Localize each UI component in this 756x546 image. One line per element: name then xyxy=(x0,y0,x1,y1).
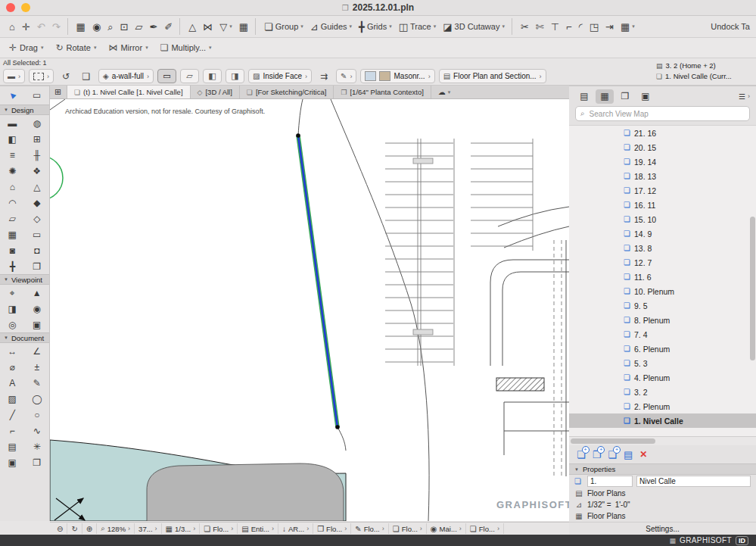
more-options-button[interactable]: ▦ ▾ xyxy=(618,18,638,35)
layer-combination-row[interactable]: ▤ Floor Plans xyxy=(569,488,756,499)
graphic-override-select[interactable]: ✎ Flo... › xyxy=(351,523,389,534)
cutaway-menu-button[interactable]: ◪ 3D Cutaway ▾ xyxy=(440,18,512,35)
shell-tool[interactable]: ◠ xyxy=(0,195,25,211)
view-map-button[interactable]: ▦ xyxy=(596,89,614,104)
horizontal-scrollbar-thumb[interactable] xyxy=(571,438,655,444)
hotspot-tool[interactable]: ✳ xyxy=(25,438,50,454)
view-map-item[interactable]: ❏ 16. 11 xyxy=(569,198,756,212)
grid-element-tool[interactable]: ╋ xyxy=(0,258,25,274)
mirror-button[interactable]: ⋈ Mirror ▾ xyxy=(108,42,148,53)
find-select-button[interactable]: ◉ xyxy=(89,18,104,35)
view-map-item[interactable]: ❏ 10. Plenum xyxy=(569,284,756,298)
view-id-field[interactable] xyxy=(587,476,633,487)
view-map-item[interactable]: ❏ 19. 14 xyxy=(569,154,756,169)
grids-menu-button[interactable]: ╋ Grids ▾ xyxy=(356,18,395,35)
view-map-item[interactable]: ❏ 21. 16 xyxy=(569,126,756,140)
view-name-field[interactable] xyxy=(636,476,751,487)
window-tool[interactable]: ⊞ xyxy=(25,131,50,147)
group-menu-button[interactable]: ❏ Group ▾ xyxy=(261,18,306,35)
wall-tool[interactable]: ▬ xyxy=(0,115,25,131)
view-map-item[interactable]: ❏ 5. 3 xyxy=(569,356,756,370)
layers-button[interactable]: ▦ xyxy=(236,18,256,35)
geometry-curved-button[interactable]: ▱ xyxy=(180,69,199,83)
flip-reference-side-button[interactable]: ⇉ xyxy=(316,69,332,83)
jump-up-button[interactable]: △ xyxy=(185,18,199,35)
mesh-tool[interactable]: △ xyxy=(25,179,50,195)
toolbox-section-viewpoint[interactable]: ▼ Viewpoint xyxy=(0,274,49,285)
tab-planta-contexto[interactable]: ❐ [1/64" Planta Contexto] xyxy=(334,86,431,98)
navigator-menu-button[interactable]: ☰ › xyxy=(739,92,750,101)
slab-tool[interactable]: ▱ xyxy=(0,211,25,226)
rotate-button[interactable]: ↻ Rotate ▾ xyxy=(55,42,96,53)
arrow-tool[interactable]: ► xyxy=(0,88,25,104)
redo-button[interactable]: ↷ xyxy=(49,18,68,35)
zoom-level-select[interactable]: ⌕ 128% › xyxy=(97,523,135,534)
vertical-scrollbar-thumb[interactable] xyxy=(750,217,755,360)
home-story-indicator[interactable]: ▤ 3. 2 (Home + 2) xyxy=(656,61,754,70)
view-map-item[interactable]: ❏ 6. Plenum xyxy=(569,342,756,356)
object-tool[interactable]: ❖ xyxy=(25,163,50,179)
spline-tool[interactable]: ∿ xyxy=(25,423,50,438)
view-map-item[interactable]: ❏ 20. 15 xyxy=(569,140,756,154)
layer-select[interactable]: ▤ Floor Plan and Section... › xyxy=(439,69,546,83)
favorites-button[interactable]: ↺ xyxy=(58,69,74,83)
trim-button[interactable]: ⌐ xyxy=(563,18,575,35)
level-dimension-tool[interactable]: ± xyxy=(25,359,50,375)
view-map-item[interactable]: ❏ 8. Plenum xyxy=(569,313,756,327)
text-tool[interactable]: A xyxy=(0,375,25,391)
view-map-item[interactable]: ❏ 2. Plenum xyxy=(569,399,756,413)
figure-tool[interactable]: ▣ xyxy=(0,454,25,470)
element-id-button[interactable]: ▦ xyxy=(73,18,89,35)
radial-dimension-tool[interactable]: ⌀ xyxy=(0,359,25,375)
view-map-item[interactable]: ❏ 17. 12 xyxy=(569,183,756,198)
publisher-button[interactable]: ▣ xyxy=(636,89,655,104)
label-tool[interactable]: ✎ xyxy=(25,375,50,391)
home-button[interactable]: ⌂ xyxy=(6,18,18,35)
geometry-straight-button[interactable]: ▭ xyxy=(157,69,176,83)
trace-menu-button[interactable]: ◫ Trace ▾ xyxy=(396,18,440,35)
tab-3d[interactable]: ◇ [3D / All] xyxy=(191,86,240,98)
geometry-box-button[interactable]: ◧ xyxy=(203,69,222,83)
view-map-item[interactable]: ❏ 11. 6 xyxy=(569,270,756,284)
tool-default-dropdown[interactable]: ▬ › xyxy=(3,69,25,83)
view-map-item[interactable]: ❏ 3. 2 xyxy=(569,385,756,399)
multiply-button[interactable]: ❏ Multiply... ▾ xyxy=(160,42,212,53)
hatch-tool[interactable]: ▤ xyxy=(0,438,25,454)
railing-tool[interactable]: ╫ xyxy=(25,147,50,163)
fillet-button[interactable]: ◜ xyxy=(576,18,586,35)
zoom-in-button[interactable]: ⊕ xyxy=(82,523,97,534)
pickup-parameters-button[interactable]: ✒ xyxy=(146,18,160,35)
door-tool[interactable]: ◧ xyxy=(0,131,25,147)
navigate-button[interactable]: ⋈ xyxy=(200,18,216,35)
clone-folder-button[interactable]: ❏ + xyxy=(608,449,617,460)
model-view-row[interactable]: ▦ Floor Plans xyxy=(569,510,756,522)
new-folder-button[interactable]: ❏ + xyxy=(577,449,586,460)
roof-tool[interactable]: ⌂ xyxy=(0,179,25,195)
profiles-button[interactable]: ▱ xyxy=(132,18,145,35)
skylight-tool[interactable]: ◘ xyxy=(25,242,50,258)
model-view-select[interactable]: ❐ Flo... › xyxy=(313,523,351,534)
inject-parameters-button[interactable]: ✐ xyxy=(161,18,180,35)
horizontal-scrollbar[interactable] xyxy=(569,436,756,445)
story-select[interactable]: 37... › xyxy=(135,523,162,534)
worksheet-tool[interactable]: ◉ xyxy=(25,301,50,317)
graphisoft-id-button[interactable]: ID xyxy=(736,536,748,545)
zone-stamp-tool[interactable]: ◯ xyxy=(25,391,50,407)
tab-sketching[interactable]: ❏ [For Sketching/Critica] xyxy=(240,86,334,98)
settings-button[interactable]: Settings... xyxy=(569,522,756,535)
renovation-filter-select[interactable]: ❏ Flo... › xyxy=(389,523,427,534)
properties-section-header[interactable]: ▼ Properties xyxy=(569,463,756,475)
layout-book-button[interactable]: ❐ xyxy=(616,89,634,104)
geometry-chained-button[interactable]: ◨ xyxy=(226,69,244,83)
view-map-item[interactable]: ❏ 14. 9 xyxy=(569,226,756,241)
reference-line-select[interactable]: ▨ Inside Face › xyxy=(248,69,312,83)
undo-button[interactable]: ↶ xyxy=(34,18,48,35)
angle-dimension-tool[interactable]: ∠ xyxy=(25,343,50,359)
intersect-button[interactable]: ⊤ xyxy=(548,18,562,35)
view-map-item[interactable]: ❏ 13. 8 xyxy=(569,241,756,255)
tab-floor-plan[interactable]: ❏ (t) 1. Nivel Calle [1. Nivel Calle] xyxy=(67,86,191,98)
teamwork-cloud-button[interactable]: ☁ ▾ xyxy=(431,86,458,98)
scale-select[interactable]: ▦ 1/3... › xyxy=(162,523,201,534)
structure-display-select[interactable]: ▤ Enti... › xyxy=(238,523,278,534)
lamp-tool[interactable]: ✺ xyxy=(0,163,25,179)
